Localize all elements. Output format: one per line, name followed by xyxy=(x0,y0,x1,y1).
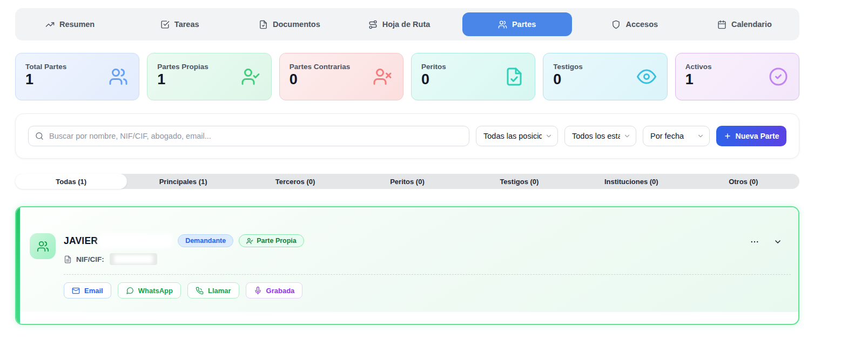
status-filter-select[interactable]: Todos los estad xyxy=(564,126,636,146)
type-badge-label: Parte Propia xyxy=(257,237,297,245)
filter-tab-instituciones[interactable]: Instituciones (0) xyxy=(575,174,687,189)
tab-resumen[interactable]: Resumen xyxy=(15,8,125,40)
party-actions: Email WhatsApp Llamar Grabada xyxy=(64,282,791,299)
chevron-down-icon xyxy=(697,132,704,140)
filter-tab-todas[interactable]: Todas (1) xyxy=(15,174,127,189)
call-button[interactable]: Llamar xyxy=(187,282,239,299)
user-x-icon xyxy=(373,67,392,86)
stats-row: Total Partes 1 Partes Propias 1 Partes C… xyxy=(15,53,799,100)
stat-card-total-partes: Total Partes 1 xyxy=(15,53,139,100)
filter-tab-label: Principales (1) xyxy=(159,178,207,186)
filter-tab-label: Terceros (0) xyxy=(275,178,315,186)
tab-calendario[interactable]: Calendario xyxy=(690,8,799,40)
users-icon xyxy=(109,67,128,86)
tab-label: Resumen xyxy=(59,20,95,29)
filter-tab-label: Testigos (0) xyxy=(500,178,539,186)
tab-label: Accesos xyxy=(625,20,658,29)
filter-tab-otros[interactable]: Otros (0) xyxy=(688,174,799,189)
party-card-controls xyxy=(750,237,782,247)
trending-up-icon xyxy=(45,20,55,29)
recorded-button[interactable]: Grabada xyxy=(246,282,303,299)
party-main: JAVIER Demandante Parte Propia NIF/CIF: xyxy=(64,233,791,299)
tab-label: Calendario xyxy=(731,20,772,29)
filter-tab-label: Otros (0) xyxy=(729,178,758,186)
filter-tabs: Todas (1) Principales (1) Terceros (0) P… xyxy=(15,174,799,189)
toolbar: Todas las posicion Todos los estad Por f… xyxy=(15,113,799,159)
filter-tab-terceros[interactable]: Terceros (0) xyxy=(239,174,351,189)
party-card: JAVIER Demandante Parte Propia NIF/CIF: xyxy=(15,206,799,325)
search-icon xyxy=(35,132,44,140)
filter-tab-principales[interactable]: Principales (1) xyxy=(127,174,239,189)
file-check-icon xyxy=(504,67,524,86)
sort-filter-select[interactable]: Por fecha xyxy=(643,126,710,146)
user-check-icon xyxy=(246,238,253,245)
search-input[interactable] xyxy=(28,126,469,146)
filter-tab-label: Todas (1) xyxy=(56,178,86,186)
party-name-row: JAVIER Demandante Parte Propia xyxy=(64,234,791,247)
shield-icon xyxy=(611,20,621,29)
filter-tab-label: Peritos (0) xyxy=(390,178,425,186)
more-options-icon[interactable] xyxy=(750,237,759,247)
document-icon xyxy=(259,20,268,29)
position-badge: Demandante xyxy=(178,234,233,247)
check-square-icon xyxy=(160,20,170,29)
tab-label: Partes xyxy=(512,20,536,29)
plus-icon xyxy=(724,132,731,140)
mail-icon xyxy=(72,287,80,295)
stat-card-activos: Activos 1 xyxy=(675,53,799,100)
position-filter-select[interactable]: Todas las posicion xyxy=(476,126,558,146)
recorded-button-label: Grabada xyxy=(266,287,295,295)
type-badge: Parte Propia xyxy=(239,234,304,247)
eye-icon xyxy=(637,67,656,86)
tab-documentos[interactable]: Documentos xyxy=(234,8,344,40)
nif-label: NIF/CIF: xyxy=(76,255,104,263)
message-circle-icon xyxy=(126,287,134,295)
redaction-blur xyxy=(114,255,153,263)
avatar xyxy=(30,233,56,259)
tab-label: Documentos xyxy=(273,20,320,29)
user-check-icon xyxy=(241,67,260,86)
new-party-button-label: Nueva Parte xyxy=(736,132,779,140)
users-icon xyxy=(498,20,507,29)
tab-tareas[interactable]: Tareas xyxy=(125,8,234,40)
chevron-down-icon xyxy=(545,132,553,140)
tab-accesos[interactable]: Accesos xyxy=(580,8,690,40)
calendar-icon xyxy=(717,20,726,29)
search-box xyxy=(28,126,469,146)
tab-hoja-de-ruta[interactable]: Hoja de Ruta xyxy=(344,8,454,40)
email-button[interactable]: Email xyxy=(64,282,111,299)
tab-label: Hoja de Ruta xyxy=(382,20,430,29)
stat-card-peritos: Peritos 0 xyxy=(411,53,535,100)
whatsapp-button[interactable]: WhatsApp xyxy=(118,282,181,299)
stat-card-partes-propias: Partes Propias 1 xyxy=(147,53,271,100)
phone-icon xyxy=(196,287,204,295)
new-party-button[interactable]: Nueva Parte xyxy=(716,126,786,146)
select-value: Por fecha xyxy=(650,132,694,140)
route-icon xyxy=(368,20,378,29)
chevron-down-icon xyxy=(623,132,631,140)
party-nif-row: NIF/CIF: xyxy=(64,253,791,265)
divider xyxy=(64,274,791,275)
call-button-label: Llamar xyxy=(208,287,231,295)
tab-partes[interactable]: Partes xyxy=(462,12,572,36)
filter-tab-peritos[interactable]: Peritos (0) xyxy=(351,174,463,189)
email-button-label: Email xyxy=(84,287,103,295)
whatsapp-button-label: WhatsApp xyxy=(138,287,173,295)
redacted-nif-value xyxy=(110,253,157,265)
filter-tab-label: Instituciones (0) xyxy=(604,178,658,186)
expand-chevron-icon[interactable] xyxy=(773,238,782,246)
page: Resumen Tareas Documentos Hoja de Ruta P… xyxy=(15,8,799,325)
check-circle-icon xyxy=(769,67,788,86)
stat-card-partes-contrarias: Partes Contrarias 0 xyxy=(279,53,403,100)
position-badge-label: Demandante xyxy=(185,237,226,245)
party-name: JAVIER xyxy=(64,235,98,247)
stat-card-testigos: Testigos 0 xyxy=(543,53,667,100)
select-value: Todos los estad xyxy=(572,132,620,140)
file-text-icon xyxy=(64,255,72,263)
redacted-surname xyxy=(101,236,170,246)
mic-icon xyxy=(254,287,262,295)
filter-tab-testigos[interactable]: Testigos (0) xyxy=(463,174,575,189)
select-value: Todas las posicion xyxy=(483,132,542,140)
top-nav: Resumen Tareas Documentos Hoja de Ruta P… xyxy=(15,8,799,40)
users-icon xyxy=(37,240,49,253)
